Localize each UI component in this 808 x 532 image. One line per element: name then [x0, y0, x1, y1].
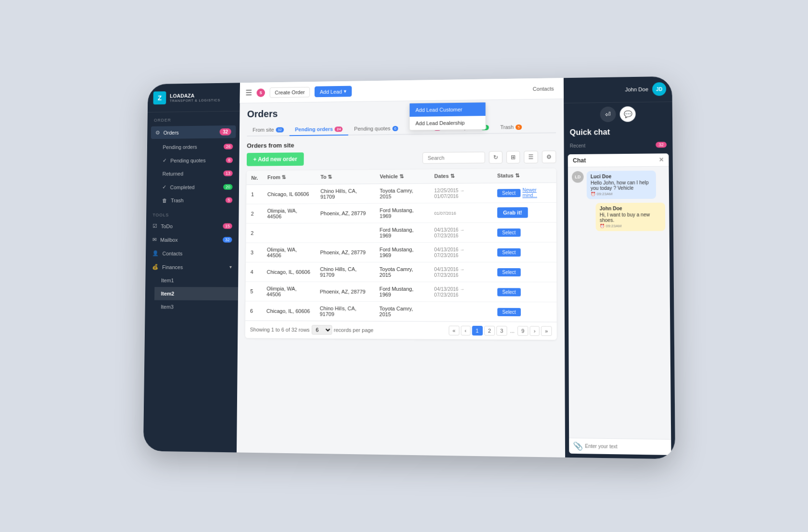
per-page-select[interactable]: 6 12 24: [312, 325, 332, 334]
sidebar-item-finances[interactable]: 💰 Finances ▾: [146, 260, 239, 274]
page-title: Orders: [247, 105, 556, 120]
list-view-button[interactable]: ☰: [524, 150, 538, 163]
select-button[interactable]: Select: [497, 268, 521, 276]
sidebar-item-item2[interactable]: Item2: [154, 287, 238, 300]
select-button[interactable]: Select: [497, 248, 520, 256]
tab-pending-orders[interactable]: Pending orders 24: [290, 123, 349, 136]
add-lead-button[interactable]: Add Lead ▾: [315, 86, 352, 97]
row-to: Phoenix, AZ, 28779: [316, 203, 375, 223]
select-button[interactable]: Select: [497, 287, 521, 296]
page-2-button[interactable]: 2: [484, 326, 494, 335]
chat-input-area: 📎: [569, 437, 671, 455]
create-order-button[interactable]: Create Order: [270, 87, 310, 98]
row-dates: 01/07/2016: [429, 202, 492, 223]
toolbar: + Add new order ↻ ⊞ ☰ ⚙: [247, 150, 556, 166]
page-first-button[interactable]: «: [449, 325, 459, 335]
page-1-button[interactable]: 1: [472, 325, 482, 335]
row-nr: 3: [246, 243, 262, 262]
add-lead-customer-item[interactable]: Add Lead Customer: [410, 102, 486, 117]
table-row: 3 Olimpia, WA, 44506 Phoenix, AZ, 28779 …: [246, 242, 556, 262]
chat-icon-bar: ⏎ 💬: [564, 102, 672, 126]
select-button[interactable]: Select: [497, 228, 520, 236]
row-vehicle: Ford Mustang, 1969: [375, 203, 429, 223]
sidebar-item-pending-quotes[interactable]: ✓ Pending quotes 6: [156, 153, 239, 167]
row-status: Select: [492, 302, 556, 322]
page-3-button[interactable]: 3: [496, 326, 507, 335]
tab-trash[interactable]: Trash 5: [494, 121, 528, 134]
logo-title: LOADAZA: [170, 92, 220, 99]
row-status: Select Newer mind...: [492, 183, 556, 203]
tab-from-site[interactable]: From site 32: [247, 124, 289, 136]
grid-view-button[interactable]: ⊞: [506, 151, 520, 163]
row-dates: [429, 301, 492, 321]
contacts-label: Contacts: [163, 250, 183, 256]
topbar-contacts-link[interactable]: Contacts: [529, 83, 558, 93]
row-status: Select: [492, 242, 556, 261]
sidebar-item-item1[interactable]: Item1: [154, 273, 238, 287]
row-nr: 2: [246, 204, 263, 223]
message-bubble: Luci Doe Hello John, how can I help you …: [587, 170, 656, 199]
add-lead-dealership-item[interactable]: Add Lead Dealership: [410, 116, 486, 130]
row-status: Select: [492, 262, 556, 282]
add-lead-dropdown: Add Lead ▾ Add Lead Customer Add Lead De…: [315, 86, 352, 97]
table-row: 2 Olimpia, WA, 44506 Phoenix, AZ, 28779 …: [246, 202, 556, 223]
notification-badge[interactable]: 5: [257, 88, 265, 97]
row-from: [262, 223, 316, 243]
col-vehicle: Vehicle ⇅: [375, 169, 429, 184]
row-vehicle: Toyota Camry, 2015: [375, 183, 430, 203]
tabs-bar: From site 32 Pending orders 24 Pending q…: [247, 121, 556, 136]
page-last-button[interactable]: »: [541, 326, 552, 335]
refresh-button[interactable]: ↻: [489, 151, 503, 163]
row-to: Phoenix, AZ, 28779: [315, 282, 375, 301]
orders-table: Nr. From ⇅ To ⇅ Vehicle ⇅ Dates ⇅ Status…: [245, 168, 557, 340]
sidebar-item-item3[interactable]: Item3: [154, 300, 238, 313]
section-title: Orders from site: [247, 139, 556, 149]
chat-close-icon[interactable]: ✕: [659, 156, 664, 163]
page-9-button[interactable]: 9: [518, 326, 529, 335]
page-next-button[interactable]: ›: [530, 326, 540, 335]
hamburger-icon[interactable]: ☰: [245, 88, 252, 97]
settings-button[interactable]: ⚙: [542, 150, 556, 163]
sidebar-item-contacts[interactable]: 👤 Contacts: [146, 246, 239, 260]
recent-badge: 32: [656, 142, 667, 148]
sidebar: Z LOADAZA TRANSPORT & LOGISTICS ORDER ⊙ …: [143, 83, 240, 452]
orders-icon: ⊙: [155, 129, 160, 136]
tab-pending-quotes[interactable]: Pending quotes 6: [348, 122, 404, 135]
select-button[interactable]: Select: [497, 308, 521, 316]
page-prev-button[interactable]: ‹: [461, 325, 470, 335]
row-dates: 04/13/2016 → 07/23/2016: [429, 282, 492, 302]
sidebar-item-trash[interactable]: 🗑 Trash 5: [155, 193, 239, 207]
pending-orders-label: Pending orders: [163, 144, 197, 149]
search-input[interactable]: [422, 151, 485, 163]
finances-icon: 💰: [152, 264, 159, 270]
avatar: JD: [652, 82, 666, 96]
chat-panel-header: John Doe JD: [564, 76, 672, 103]
newer-mind-link[interactable]: Newer mind...: [522, 187, 551, 198]
content-area: Orders From site 32 Pending orders 24 Pe…: [237, 99, 565, 458]
message-text: Hi, I want to buy a new shoes.: [600, 212, 661, 223]
chat-input[interactable]: [585, 443, 667, 450]
sidebar-item-returned[interactable]: Returned 13: [156, 166, 239, 180]
sidebar-item-completed[interactable]: ✓ Completed 20: [156, 180, 239, 194]
completed-label: Completed: [170, 184, 195, 190]
add-new-order-button[interactable]: + Add new order: [247, 152, 304, 166]
sender-avatar: LD: [572, 171, 584, 183]
sidebar-item-mailbox[interactable]: ✉ Mailbox 32: [146, 233, 239, 247]
chat-icon-button[interactable]: 💬: [620, 106, 636, 122]
select-button[interactable]: Select: [497, 188, 520, 197]
row-status: Grab it!: [492, 202, 556, 223]
logout-icon-button[interactable]: ⏎: [600, 106, 616, 122]
sidebar-item-pending-orders[interactable]: Pending orders 26: [156, 140, 240, 154]
orders-sub-items: Pending orders 26 ✓ Pending quotes 6 Ret…: [146, 140, 240, 207]
row-to: Chino Hills, CA, 91709: [315, 301, 375, 321]
grab-it-button[interactable]: Grab it!: [497, 207, 528, 218]
topbar: ☰ 5 Create Order Add Lead ▾ Add Lead Cus…: [240, 78, 564, 103]
table-row: 2 Ford Mustang, 1969 04/13/2016 → 07/23/…: [246, 222, 556, 243]
page-buttons: « ‹ 1 2 3 ... 9 › »: [449, 325, 552, 335]
row-nr: 1: [246, 185, 263, 204]
sidebar-item-orders[interactable]: ⊙ Orders 32: [151, 125, 236, 138]
row-dates: 04/13/2016 → 07/23/2016: [429, 223, 492, 242]
sidebar-item-todo[interactable]: ☑ ToDo 15: [146, 219, 239, 233]
message-time: ⏰ 09:23AM: [600, 223, 661, 228]
paperclip-icon: 📎: [573, 441, 583, 451]
